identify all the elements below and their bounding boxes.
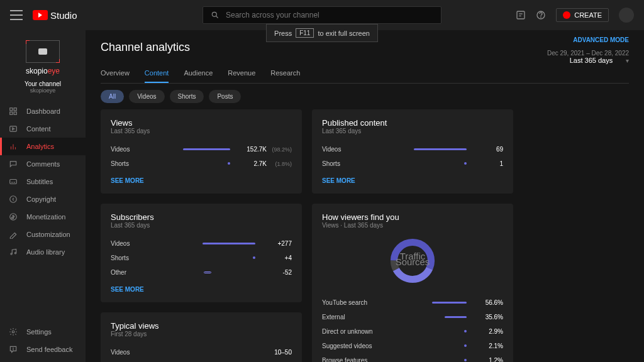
views-card: Views Last 365 days Videos 152.7K (98.2%…: [101, 109, 302, 194]
sidebar-item-customization[interactable]: Customization: [0, 226, 86, 243]
card-title: Published content: [322, 118, 503, 128]
see-more-link[interactable]: SEE MORE: [322, 177, 355, 184]
svg-rect-9: [10, 112, 13, 114]
search-icon: [211, 11, 219, 19]
sidebar-item-copyright[interactable]: Copyright: [0, 190, 86, 208]
search-box[interactable]: [203, 6, 441, 24]
svg-marker-12: [13, 128, 14, 130]
create-button[interactable]: CREATE: [556, 8, 609, 22]
sidebar-item-content[interactable]: Content: [0, 120, 86, 138]
sidebar: skopioeye Your channel skopioeye Dashboa…: [0, 30, 86, 362]
tab-research[interactable]: Research: [270, 64, 300, 83]
see-more-link[interactable]: SEE MORE: [111, 177, 144, 184]
see-more-link[interactable]: SEE MORE: [111, 286, 144, 293]
channel-handle: skopioeye: [0, 87, 86, 94]
search-input[interactable]: [226, 11, 433, 19]
pill-all[interactable]: All: [101, 90, 124, 103]
traffic-card: How viewers find you Views · Last 365 da…: [312, 204, 513, 362]
published-card: Published content Last 365 days Videos 6…: [312, 109, 513, 194]
pill-posts[interactable]: Posts: [209, 90, 241, 103]
metric-row: Videos 69: [322, 142, 503, 156]
sidebar-item-settings[interactable]: Settings: [0, 323, 86, 341]
metric-row: Shorts –: [111, 359, 292, 362]
pill-videos[interactable]: Videos: [129, 90, 164, 103]
f11-prefix: Press: [274, 30, 292, 37]
analytics-tabs: Overview Content Audience Revenue Resear…: [101, 64, 629, 84]
svg-point-6: [541, 17, 541, 18]
tab-overview[interactable]: Overview: [101, 64, 130, 83]
card-title: How viewers find you: [322, 212, 503, 222]
monetization-icon: [9, 212, 18, 221]
customization-icon: [9, 230, 18, 239]
menu-icon[interactable]: [10, 9, 23, 21]
metric-row: Browse features1.2%: [322, 353, 503, 362]
help-square-icon[interactable]: [516, 10, 526, 20]
svg-rect-8: [14, 108, 16, 111]
dashboard-icon: [9, 107, 18, 116]
metric-row: Videos 152.7K (98.2%): [111, 142, 292, 156]
copyright-icon: [9, 195, 18, 204]
tab-content[interactable]: Content: [145, 64, 169, 83]
card-subtitle: Last 365 days: [111, 222, 292, 229]
sidebar-item-subtitles[interactable]: Subtitles: [0, 173, 86, 190]
card-title: Views: [111, 118, 292, 128]
metric-row: External35.6%: [322, 310, 503, 324]
advanced-mode-link[interactable]: ADVANCED MODE: [547, 36, 629, 43]
donut-chart: Traffic Sources: [322, 236, 503, 285]
your-channel-label: Your channel: [0, 80, 86, 87]
metric-row: YouTube search56.6%: [322, 295, 503, 310]
card-subtitle: Views · Last 365 days: [322, 222, 503, 229]
subscribers-card: Subscribers Last 365 days Videos +277 Sh…: [101, 204, 302, 302]
gear-icon: [9, 327, 18, 336]
svg-point-0: [212, 12, 216, 16]
studio-logo[interactable]: Studio: [33, 10, 77, 21]
subtitles-icon: [9, 177, 18, 186]
sidebar-item-feedback[interactable]: Send feedback: [0, 341, 86, 358]
avatar[interactable]: [619, 8, 634, 23]
pill-shorts[interactable]: Shorts: [170, 90, 204, 103]
date-range-picker[interactable]: Dec 29, 2021 – Dec 28, 2022 Last 365 day…: [547, 50, 629, 64]
card-title: Typical views: [111, 321, 292, 331]
metric-row: Direct or unknown2.9%: [322, 324, 503, 339]
sidebar-item-dashboard[interactable]: Dashboard: [0, 102, 86, 120]
svg-point-23: [12, 331, 14, 333]
help-icon[interactable]: [536, 10, 546, 20]
f11-suffix: to exit full screen: [318, 30, 370, 37]
header-right: CREATE: [516, 8, 634, 23]
typical-views-card: Typical views First 28 days Videos 10–50…: [101, 312, 302, 362]
tab-revenue[interactable]: Revenue: [228, 64, 255, 83]
create-label: CREATE: [574, 11, 602, 19]
youtube-icon: [33, 10, 48, 20]
svg-rect-10: [14, 112, 16, 114]
card-title: Subscribers: [111, 212, 292, 222]
svg-point-22: [14, 253, 16, 254]
metric-row: Videos 10–50: [111, 345, 292, 359]
chevron-down-icon: ▾: [626, 57, 629, 64]
sidebar-item-audio[interactable]: Audio library: [0, 243, 86, 261]
nav-bottom: Settings Send feedback: [0, 323, 86, 358]
svg-rect-16: [10, 180, 17, 184]
record-icon: [563, 11, 570, 19]
svg-rect-2: [517, 11, 525, 19]
audio-icon: [9, 248, 18, 256]
card-subtitle: Last 365 days: [322, 128, 503, 134]
metric-row: Shorts +4: [111, 251, 292, 265]
sidebar-item-monetization[interactable]: Monetization: [0, 208, 86, 226]
content-icon: [9, 124, 18, 133]
main-content: Channel analytics ADVANCED MODE Dec 29, …: [86, 30, 644, 362]
metric-row: Videos +277: [111, 236, 292, 251]
metric-row: Shorts 2.7K (1.8%): [111, 156, 292, 171]
svg-rect-11: [10, 126, 17, 131]
tab-audience[interactable]: Audience: [184, 64, 213, 83]
card-subtitle: First 28 days: [111, 331, 292, 337]
svg-rect-7: [10, 108, 13, 111]
sidebar-item-comments[interactable]: Comments: [0, 155, 86, 173]
svg-text:Sources: Sources: [396, 257, 430, 267]
fullscreen-banner: Press F11 to exit full screen: [266, 24, 378, 42]
channel-box[interactable]: skopioeye Your channel skopioeye: [0, 36, 86, 97]
feedback-icon: [9, 345, 18, 354]
sidebar-item-analytics[interactable]: Analytics: [0, 138, 86, 155]
page-title: Channel analytics: [101, 41, 190, 54]
svg-point-25: [13, 349, 14, 350]
card-subtitle: Last 365 days: [111, 128, 292, 134]
